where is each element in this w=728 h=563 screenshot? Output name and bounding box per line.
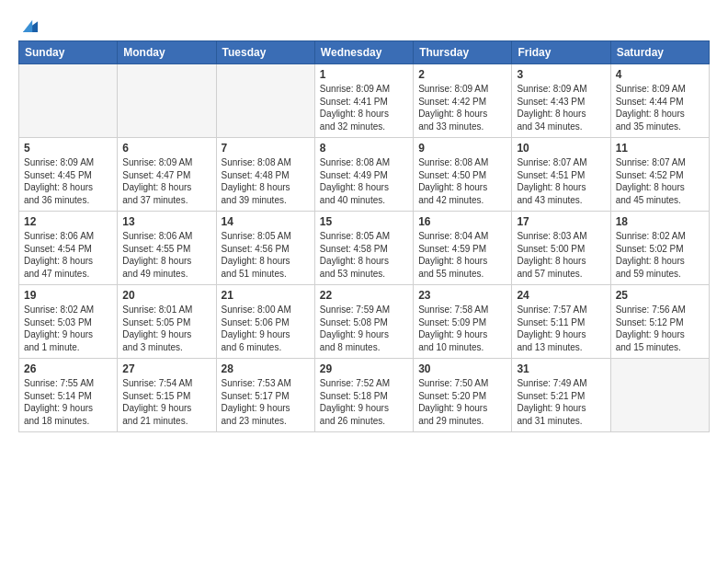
cell-info: Sunrise: 7:57 AM Sunset: 5:11 PM Dayligh…	[517, 304, 605, 353]
calendar-cell	[19, 64, 118, 138]
calendar-cell	[118, 64, 216, 138]
header	[18, 15, 710, 35]
date-number: 29	[320, 362, 408, 375]
cell-info: Sunrise: 7:50 AM Sunset: 5:20 PM Dayligh…	[418, 377, 506, 427]
calendar-row-2: 5Sunrise: 8:09 AM Sunset: 4:45 PM Daylig…	[19, 138, 710, 212]
calendar-cell: 14Sunrise: 8:05 AM Sunset: 4:56 PM Dayli…	[216, 212, 314, 285]
cell-info: Sunrise: 8:06 AM Sunset: 4:54 PM Dayligh…	[24, 230, 112, 280]
date-number: 2	[418, 68, 506, 81]
cell-info: Sunrise: 8:09 AM Sunset: 4:43 PM Dayligh…	[517, 83, 605, 132]
date-number: 19	[24, 289, 112, 302]
date-number: 9	[418, 142, 506, 155]
calendar-cell: 27Sunrise: 7:54 AM Sunset: 5:15 PM Dayli…	[118, 359, 216, 432]
calendar-cell: 11Sunrise: 8:07 AM Sunset: 4:52 PM Dayli…	[610, 138, 709, 212]
date-number: 24	[517, 289, 605, 302]
calendar-row-3: 12Sunrise: 8:06 AM Sunset: 4:54 PM Dayli…	[19, 212, 710, 285]
calendar-cell: 22Sunrise: 7:59 AM Sunset: 5:08 PM Dayli…	[314, 285, 413, 359]
day-header-monday: Monday	[118, 41, 216, 64]
date-number: 14	[222, 215, 310, 228]
calendar-cell: 13Sunrise: 8:06 AM Sunset: 4:55 PM Dayli…	[118, 212, 216, 285]
calendar-cell: 5Sunrise: 8:09 AM Sunset: 4:45 PM Daylig…	[19, 138, 118, 212]
calendar-cell	[216, 64, 314, 138]
date-number: 11	[616, 142, 704, 155]
date-number: 25	[616, 289, 704, 302]
calendar-cell: 8Sunrise: 8:08 AM Sunset: 4:49 PM Daylig…	[314, 138, 413, 212]
cell-info: Sunrise: 8:05 AM Sunset: 4:58 PM Dayligh…	[320, 230, 408, 280]
calendar-cell: 7Sunrise: 8:08 AM Sunset: 4:48 PM Daylig…	[216, 138, 314, 212]
cell-info: Sunrise: 7:55 AM Sunset: 5:14 PM Dayligh…	[24, 377, 112, 427]
calendar-cell: 29Sunrise: 7:52 AM Sunset: 5:18 PM Dayli…	[314, 359, 413, 432]
calendar-table: SundayMondayTuesdayWednesdayThursdayFrid…	[18, 40, 710, 432]
date-number: 15	[320, 215, 408, 228]
calendar-cell: 21Sunrise: 8:00 AM Sunset: 5:06 PM Dayli…	[216, 285, 314, 359]
calendar-cell: 2Sunrise: 8:09 AM Sunset: 4:42 PM Daylig…	[414, 64, 512, 138]
calendar-row-4: 19Sunrise: 8:02 AM Sunset: 5:03 PM Dayli…	[19, 285, 710, 359]
calendar-cell: 19Sunrise: 8:02 AM Sunset: 5:03 PM Dayli…	[19, 285, 118, 359]
cell-info: Sunrise: 7:56 AM Sunset: 5:12 PM Dayligh…	[616, 304, 704, 353]
cell-info: Sunrise: 8:08 AM Sunset: 4:49 PM Dayligh…	[320, 156, 408, 206]
date-number: 5	[24, 142, 112, 155]
calendar-cell	[610, 359, 709, 432]
calendar-cell: 10Sunrise: 8:07 AM Sunset: 4:51 PM Dayli…	[512, 138, 610, 212]
cell-info: Sunrise: 7:52 AM Sunset: 5:18 PM Dayligh…	[320, 377, 408, 427]
cell-info: Sunrise: 8:09 AM Sunset: 4:42 PM Dayligh…	[418, 83, 506, 132]
calendar-cell: 20Sunrise: 8:01 AM Sunset: 5:05 PM Dayli…	[118, 285, 216, 359]
day-header-sunday: Sunday	[19, 41, 118, 64]
svg-marker-1	[23, 20, 32, 32]
cell-info: Sunrise: 8:09 AM Sunset: 4:47 PM Dayligh…	[122, 156, 210, 206]
cell-info: Sunrise: 8:08 AM Sunset: 4:48 PM Dayligh…	[222, 156, 310, 206]
calendar-cell: 18Sunrise: 8:02 AM Sunset: 5:02 PM Dayli…	[610, 212, 709, 285]
day-header-thursday: Thursday	[414, 41, 512, 64]
cell-info: Sunrise: 8:06 AM Sunset: 4:55 PM Dayligh…	[122, 230, 210, 280]
cell-info: Sunrise: 7:54 AM Sunset: 5:15 PM Dayligh…	[122, 377, 210, 427]
day-header-friday: Friday	[512, 41, 610, 64]
cell-info: Sunrise: 8:04 AM Sunset: 4:59 PM Dayligh…	[418, 230, 506, 280]
date-number: 27	[122, 362, 210, 375]
calendar-row-1: 1Sunrise: 8:09 AM Sunset: 4:41 PM Daylig…	[19, 64, 710, 138]
date-number: 18	[616, 215, 704, 228]
calendar-cell: 31Sunrise: 7:49 AM Sunset: 5:21 PM Dayli…	[512, 359, 610, 432]
date-number: 22	[320, 289, 408, 302]
day-header-tuesday: Tuesday	[216, 41, 314, 64]
calendar-cell: 15Sunrise: 8:05 AM Sunset: 4:58 PM Dayli…	[314, 212, 413, 285]
cell-info: Sunrise: 7:53 AM Sunset: 5:17 PM Dayligh…	[222, 377, 310, 427]
calendar-cell: 17Sunrise: 8:03 AM Sunset: 5:00 PM Dayli…	[512, 212, 610, 285]
cell-info: Sunrise: 8:09 AM Sunset: 4:44 PM Dayligh…	[616, 83, 704, 132]
date-number: 16	[418, 215, 506, 228]
date-number: 26	[24, 362, 112, 375]
day-header-wednesday: Wednesday	[314, 41, 413, 64]
cell-info: Sunrise: 8:00 AM Sunset: 5:06 PM Dayligh…	[222, 304, 310, 353]
date-number: 4	[616, 68, 704, 81]
calendar-cell: 26Sunrise: 7:55 AM Sunset: 5:14 PM Dayli…	[19, 359, 118, 432]
date-number: 12	[24, 215, 112, 228]
logo-icon	[20, 15, 40, 35]
date-number: 30	[418, 362, 506, 375]
cell-info: Sunrise: 8:07 AM Sunset: 4:51 PM Dayligh…	[517, 156, 605, 206]
cell-info: Sunrise: 7:49 AM Sunset: 5:21 PM Dayligh…	[517, 377, 605, 427]
calendar-cell: 24Sunrise: 7:57 AM Sunset: 5:11 PM Dayli…	[512, 285, 610, 359]
calendar-cell: 28Sunrise: 7:53 AM Sunset: 5:17 PM Dayli…	[216, 359, 314, 432]
calendar-cell: 9Sunrise: 8:08 AM Sunset: 4:50 PM Daylig…	[414, 138, 512, 212]
date-number: 13	[122, 215, 210, 228]
date-number: 23	[418, 289, 506, 302]
cell-info: Sunrise: 8:01 AM Sunset: 5:05 PM Dayligh…	[122, 304, 210, 353]
cell-info: Sunrise: 7:59 AM Sunset: 5:08 PM Dayligh…	[320, 304, 408, 353]
calendar-cell: 1Sunrise: 8:09 AM Sunset: 4:41 PM Daylig…	[314, 64, 413, 138]
cell-info: Sunrise: 8:02 AM Sunset: 5:03 PM Dayligh…	[24, 304, 112, 353]
calendar-row-5: 26Sunrise: 7:55 AM Sunset: 5:14 PM Dayli…	[19, 359, 710, 432]
cell-info: Sunrise: 8:07 AM Sunset: 4:52 PM Dayligh…	[616, 156, 704, 206]
calendar-cell: 25Sunrise: 7:56 AM Sunset: 5:12 PM Dayli…	[610, 285, 709, 359]
day-header-row: SundayMondayTuesdayWednesdayThursdayFrid…	[19, 41, 710, 64]
calendar-cell: 16Sunrise: 8:04 AM Sunset: 4:59 PM Dayli…	[414, 212, 512, 285]
calendar-cell: 30Sunrise: 7:50 AM Sunset: 5:20 PM Dayli…	[414, 359, 512, 432]
cell-info: Sunrise: 8:02 AM Sunset: 5:02 PM Dayligh…	[616, 230, 704, 280]
cell-info: Sunrise: 8:05 AM Sunset: 4:56 PM Dayligh…	[222, 230, 310, 280]
cell-info: Sunrise: 8:09 AM Sunset: 4:45 PM Dayligh…	[24, 156, 112, 206]
cell-info: Sunrise: 8:09 AM Sunset: 4:41 PM Dayligh…	[320, 83, 408, 132]
date-number: 7	[222, 142, 310, 155]
day-header-saturday: Saturday	[610, 41, 709, 64]
calendar-cell: 4Sunrise: 8:09 AM Sunset: 4:44 PM Daylig…	[610, 64, 709, 138]
date-number: 17	[517, 215, 605, 228]
logo	[18, 15, 42, 35]
cell-info: Sunrise: 8:08 AM Sunset: 4:50 PM Dayligh…	[418, 156, 506, 206]
